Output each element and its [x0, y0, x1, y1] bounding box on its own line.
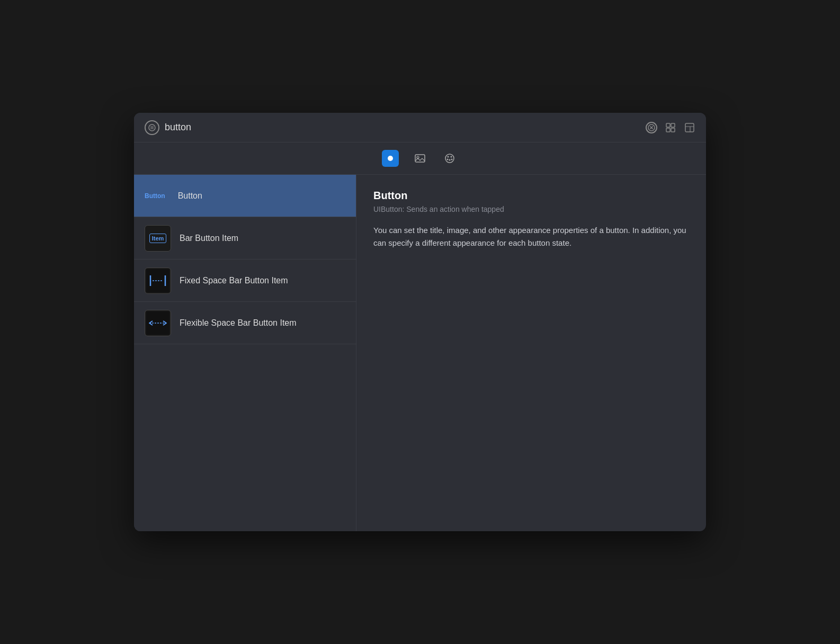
flexible-space-icon [145, 310, 171, 336]
detail-panel: Button UIButton: Sends an action when ta… [356, 175, 706, 531]
sidebar-item-label-bar-button: Bar Button Item [180, 234, 238, 243]
sidebar-item-bar-button-item[interactable]: Item Bar Button Item [134, 217, 356, 260]
sidebar-item-label-flexible-space: Flexible Space Bar Button Item [180, 318, 297, 328]
svg-rect-10 [671, 128, 675, 132]
main-content: Button Button Item Bar Button Item [134, 175, 706, 531]
image-toolbar-icon[interactable] [412, 150, 428, 167]
fixed-space-icon [145, 267, 171, 294]
sidebar-item-label-button: Button [178, 191, 202, 201]
palette-toolbar-icon[interactable] [441, 150, 458, 167]
detail-title: Button [373, 190, 689, 202]
svg-rect-7 [666, 123, 670, 127]
svg-point-18 [445, 154, 454, 163]
close-button[interactable] [646, 122, 657, 133]
grid-view-button[interactable] [665, 122, 676, 133]
svg-point-15 [388, 156, 393, 161]
svg-point-21 [449, 159, 451, 161]
title-bar-right [646, 122, 695, 133]
svg-rect-16 [415, 155, 425, 162]
sidebar-item-fixed-space[interactable]: Fixed Space Bar Button Item [134, 260, 356, 302]
svg-rect-9 [666, 128, 670, 132]
svg-point-22 [447, 159, 449, 160]
svg-rect-11 [685, 123, 694, 132]
svg-point-23 [451, 159, 453, 160]
item-tag-label: Item [149, 234, 167, 243]
toolbar [134, 142, 706, 175]
main-window: button [134, 113, 706, 531]
svg-point-20 [451, 156, 452, 158]
sidebar: Button Button Item Bar Button Item [134, 175, 356, 531]
sidebar-item-button[interactable]: Button Button [134, 175, 356, 217]
record-toolbar-icon[interactable] [382, 150, 399, 167]
title-bar: button [134, 113, 706, 142]
detail-subtitle: UIButton: Sends an action when tapped [373, 205, 689, 213]
window-title: button [165, 122, 191, 133]
sidebar-item-label-fixed-space: Fixed Space Bar Button Item [180, 276, 288, 285]
menu-icon[interactable] [145, 120, 159, 135]
sidebar-item-flexible-space[interactable]: Flexible Space Bar Button Item [134, 302, 356, 344]
bar-button-item-icon: Item [145, 225, 171, 252]
layout-button[interactable] [684, 122, 695, 133]
sidebar-item-tag-button: Button [145, 192, 165, 200]
svg-point-19 [448, 156, 449, 158]
svg-rect-8 [671, 123, 675, 127]
detail-description: You can set the title, image, and other … [373, 224, 689, 249]
title-bar-left: button [145, 120, 191, 135]
